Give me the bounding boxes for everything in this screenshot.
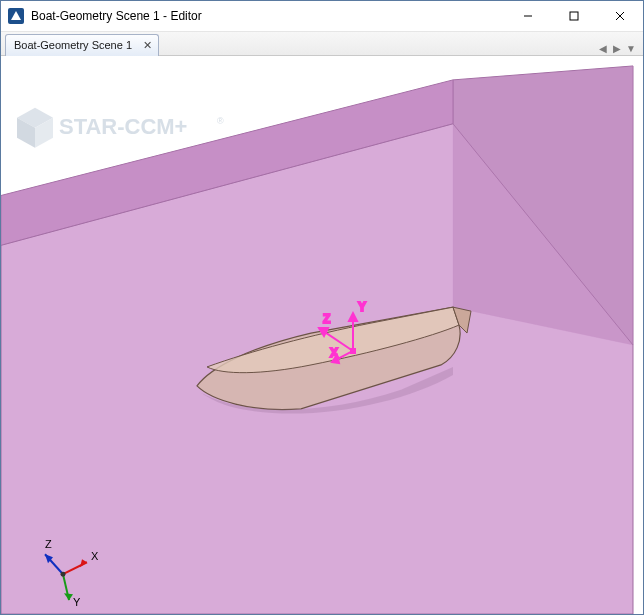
tab-scene-1[interactable]: Boat-Geometry Scene 1 ✕ bbox=[5, 34, 159, 56]
app-icon bbox=[7, 7, 25, 25]
tab-prev-icon[interactable]: ◀ bbox=[597, 43, 609, 55]
svg-text:STAR-CCM+: STAR-CCM+ bbox=[59, 114, 187, 139]
domain-symmetry-plane bbox=[453, 66, 633, 345]
svg-rect-2 bbox=[570, 12, 578, 20]
svg-text:®: ® bbox=[217, 116, 224, 126]
triad-x-label: X bbox=[91, 550, 99, 562]
editor-window: Boat-Geometry Scene 1 - Editor Boat-Geom… bbox=[0, 0, 644, 615]
gizmo-axis-x-label: X bbox=[330, 346, 338, 360]
tab-bar: Boat-Geometry Scene 1 ✕ ◀ ▶ ▼ bbox=[1, 32, 643, 56]
gizmo-axis-y-label: Y bbox=[358, 300, 366, 314]
viewport-3d[interactable]: X Y Z STAR-CCM+ ® bbox=[1, 56, 643, 614]
svg-point-23 bbox=[61, 572, 66, 577]
triad-z-label: Z bbox=[45, 538, 52, 550]
triad-y-label: Y bbox=[73, 596, 81, 608]
close-button[interactable] bbox=[597, 1, 643, 31]
minimize-button[interactable] bbox=[505, 1, 551, 31]
titlebar[interactable]: Boat-Geometry Scene 1 - Editor bbox=[1, 1, 643, 32]
tab-nav: ◀ ▶ ▼ bbox=[591, 43, 643, 55]
tab-close-icon[interactable]: ✕ bbox=[140, 38, 154, 52]
tab-label: Boat-Geometry Scene 1 bbox=[14, 39, 132, 51]
gizmo-axis-z-label: Z bbox=[323, 312, 330, 326]
tab-next-icon[interactable]: ▶ bbox=[611, 43, 623, 55]
maximize-button[interactable] bbox=[551, 1, 597, 31]
window-title: Boat-Geometry Scene 1 - Editor bbox=[31, 9, 505, 23]
tab-menu-icon[interactable]: ▼ bbox=[625, 43, 637, 55]
